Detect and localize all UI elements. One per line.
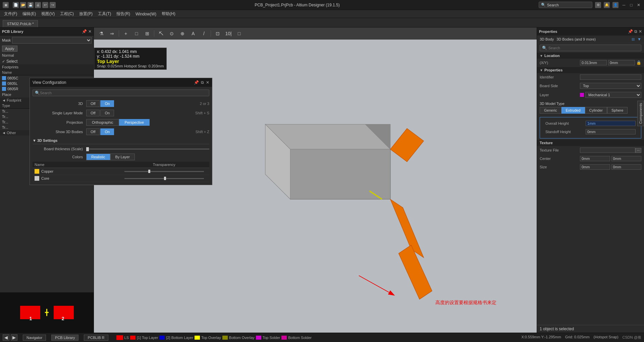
menu-window[interactable]: Window(W) (133, 11, 159, 17)
dialog-detach-button[interactable]: ⧉ (201, 80, 204, 85)
properties-section-header[interactable]: ▼ Properties (537, 67, 644, 73)
via-button[interactable]: ⊕ (178, 29, 187, 38)
core-transparency-slider[interactable] (124, 178, 204, 179)
menu-project[interactable]: 工程(C) (57, 10, 76, 17)
navigator-tab[interactable]: Navigator (23, 335, 46, 341)
by-layer-button[interactable]: By Layer (110, 154, 135, 160)
top-layer-indicator[interactable]: [1] Top Layer (130, 336, 158, 340)
panel-close-button[interactable]: ✕ (88, 29, 92, 34)
copper-transparency-slider[interactable] (124, 171, 204, 172)
bottom-solder-indicator[interactable]: Bottom Solder (281, 336, 312, 340)
close-button[interactable]: ✕ (636, 2, 641, 8)
top-solder-indicator[interactable]: Top Solder (256, 336, 280, 340)
select-tool-button[interactable]: ⇒ (107, 29, 117, 38)
properties-search[interactable]: 🔍 (540, 45, 641, 51)
dialog-search-row[interactable]: 🔍 (33, 90, 209, 96)
user-icon[interactable]: 👤 (612, 2, 619, 8)
perspective-button[interactable]: Perspective (119, 119, 150, 126)
zoom-button[interactable]: 10| (224, 29, 233, 38)
board-side-select[interactable]: Top (580, 83, 641, 89)
location-section-header[interactable]: ▼ Location (537, 53, 644, 59)
properties-detach-button[interactable]: ⧉ (634, 29, 637, 34)
components-side-tab[interactable]: Components (637, 101, 644, 126)
minimize-button[interactable]: ─ (621, 2, 627, 8)
orthographic-button[interactable]: Orthographic (86, 119, 119, 126)
extruded-button[interactable]: Extruded (561, 107, 585, 114)
open-icon[interactable]: 📂 (20, 2, 26, 8)
show-3d-on-button[interactable]: On (100, 128, 114, 135)
layer-select[interactable]: Mechanical 1 (585, 92, 641, 98)
maximize-button[interactable]: □ (629, 2, 634, 8)
mask-select[interactable] (12, 37, 92, 44)
identifier-input[interactable] (580, 74, 641, 80)
line-button[interactable]: / (199, 29, 209, 38)
bottom-overlay-indicator[interactable]: Bottom Overlay (222, 336, 255, 340)
core-slider-thumb[interactable] (164, 177, 166, 180)
settings-icon[interactable]: ⚙ (595, 2, 601, 8)
lock-icon[interactable]: 🔒 (636, 60, 641, 65)
copper-slider-thumb[interactable] (148, 170, 150, 173)
menu-view[interactable]: 视图(V) (39, 10, 57, 17)
fit-button[interactable]: □ (234, 29, 244, 38)
single-layer-off-button[interactable]: Off (86, 110, 100, 116)
menu-reports[interactable]: 报告(R) (114, 10, 133, 17)
top-overlay-indicator[interactable]: Top Overlay (195, 336, 221, 340)
next-button[interactable]: ▶ (11, 334, 17, 341)
standoff-height-input[interactable] (586, 129, 636, 134)
measure-button[interactable]: ⊡ (213, 29, 222, 38)
menu-place[interactable]: 放置(P) (76, 10, 95, 17)
rect-select-button[interactable]: □ (132, 29, 141, 38)
prev-button[interactable]: ◀ (3, 334, 9, 341)
realistic-button[interactable]: Realistic (86, 154, 110, 160)
dialog-search-input[interactable] (40, 91, 207, 95)
panel-pin-button[interactable]: 📌 (82, 29, 87, 34)
properties-pin-button[interactable]: 📌 (628, 29, 633, 34)
menu-edit[interactable]: 编辑(E) (20, 10, 39, 17)
bottom-layer-indicator[interactable]: [2] Bottom Layer (159, 336, 193, 340)
print-icon[interactable]: 🖨 (35, 2, 41, 8)
board-thickness-slider[interactable] (86, 149, 209, 150)
filter-dropdown-icon[interactable]: ▼ (637, 37, 641, 42)
grid-button[interactable]: ⊞ (143, 29, 152, 38)
pcb-library-tab[interactable]: PCB Library (51, 335, 78, 341)
title-search[interactable]: 🔍 Search (539, 2, 592, 8)
tab-stm32[interactable]: STM32.PcbLib * (3, 20, 38, 27)
overall-height-input[interactable] (586, 121, 636, 126)
board-thickness-thumb[interactable] (86, 147, 89, 151)
generic-button[interactable]: Generic (540, 107, 561, 114)
add-button[interactable]: + (121, 29, 130, 38)
cylinder-button[interactable]: Cylinder (585, 107, 607, 114)
menu-help[interactable]: 帮助(H) (159, 10, 178, 17)
text-button[interactable]: A (189, 29, 198, 38)
pcblib-r-tab[interactable]: PCBLIB R (84, 335, 108, 341)
core-row[interactable]: Core (33, 175, 209, 182)
redo-icon[interactable]: ↪ (50, 2, 56, 8)
notification-icon[interactable]: 🔔 (604, 2, 610, 8)
copper-row[interactable]: Copper (33, 168, 209, 175)
properties-search-input[interactable] (548, 46, 639, 50)
sphere-button[interactable]: Sphere (607, 107, 628, 114)
menu-tools[interactable]: 工具(T) (95, 10, 114, 17)
filter-button[interactable]: ⚗ (97, 29, 106, 38)
show-3d-off-button[interactable]: Off (86, 128, 100, 135)
save-icon[interactable]: 💾 (28, 2, 34, 8)
3d-on-button[interactable]: On (100, 100, 114, 107)
x-value-input[interactable] (580, 60, 607, 65)
undo-icon[interactable]: ↩ (42, 2, 48, 8)
route-button[interactable]: ⛏ (156, 29, 166, 38)
single-layer-on-button[interactable]: On (100, 110, 114, 116)
circle-button[interactable]: ⊙ (167, 29, 176, 38)
dialog-close-button[interactable]: ✕ (206, 80, 209, 85)
properties-close-button[interactable]: ✕ (639, 29, 642, 34)
new-icon[interactable]: 📄 (13, 2, 19, 8)
size-x-input[interactable] (580, 164, 610, 170)
texture-browse-button[interactable]: ··· (635, 148, 641, 153)
texture-file-input[interactable] (580, 148, 635, 153)
menu-file[interactable]: 文件(F) (1, 10, 20, 17)
center-y-input[interactable] (611, 156, 642, 161)
filter-icon[interactable]: ⊟ (632, 37, 635, 42)
apply-button[interactable]: Apply (2, 46, 17, 52)
dialog-pin-button[interactable]: 📌 (194, 80, 199, 85)
3d-off-button[interactable]: Off (86, 100, 100, 107)
y-value-input[interactable] (608, 60, 635, 65)
